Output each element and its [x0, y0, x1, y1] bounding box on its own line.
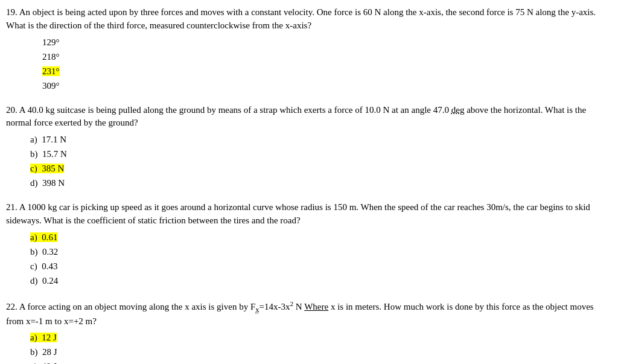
q19-number: 19. An object is being acted upon by thr…: [6, 7, 596, 30]
q20-deg-underline: deg: [451, 105, 465, 115]
q20-option-d: d) 398 N: [30, 176, 606, 190]
question-22: 22. A force acting on an object moving a…: [6, 299, 606, 365]
q19-option-1: 129°: [42, 35, 606, 49]
q21-option-a: a) 0.61: [30, 230, 606, 244]
q20-option-a: a) 17.1 N: [30, 132, 606, 147]
question-20: 20. A 40.0 kg suitcase is being pulled a…: [6, 104, 606, 191]
q22-where-underline: Where: [304, 302, 328, 311]
question-21: 21. A 1000 kg car is picking up speed as…: [6, 201, 606, 288]
q19-option-2: 218°: [42, 49, 606, 64]
q22-option-b: b) 28 J: [30, 345, 606, 359]
q21-options: a) 0.61 b) 0.32 c) 0.43 d) 0.24: [6, 230, 606, 288]
question-22-text: 22. A force acting on an object moving a…: [6, 299, 606, 328]
question-19: 19. An object is being acted upon by thr…: [6, 6, 606, 93]
q21-option-c: c) 0.43: [30, 259, 606, 273]
page-content: 19. An object is being acted upon by thr…: [6, 6, 606, 364]
question-19-text: 19. An object is being acted upon by thr…: [6, 6, 606, 33]
q20-option-b: b) 15.7 N: [30, 147, 606, 161]
q20-options: a) 17.1 N b) 15.7 N c) 385 N d) 398 N: [6, 132, 606, 190]
q22-options: a) 12 J b) 28 J c) 40 J d) 42 J e) -28 J: [6, 330, 606, 364]
q21-option-b: b) 0.32: [30, 244, 606, 259]
q20-option-c: c) 385 N: [30, 161, 606, 176]
q19-option-3: 231°: [42, 64, 606, 78]
q22-option-c: c) 40 J: [30, 359, 606, 364]
q19-options: 129° 218° 231° 309°: [6, 35, 606, 93]
q19-option-4: 309°: [42, 78, 606, 93]
question-21-text: 21. A 1000 kg car is picking up speed as…: [6, 201, 606, 228]
question-20-text: 20. A 40.0 kg suitcase is being pulled a…: [6, 104, 606, 130]
q22-option-a: a) 12 J: [30, 330, 606, 345]
q21-option-d: d) 0.24: [30, 273, 606, 288]
